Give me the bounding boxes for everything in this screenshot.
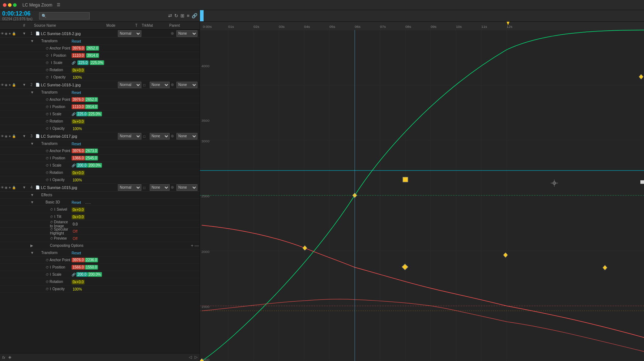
pos-x-val[interactable]: 1110.0 <box>72 53 85 58</box>
anchor-x[interactable]: 3976.0 <box>72 258 85 262</box>
maximize-button[interactable] <box>13 3 17 7</box>
visibility-icon[interactable]: 👁 <box>1 186 4 189</box>
opacity-val[interactable]: 100% <box>72 287 83 292</box>
layer-name[interactable]: LC Sunrise-1018-2.jpg <box>41 31 118 36</box>
rotation-val[interactable]: 0x+0.0 <box>72 119 85 124</box>
close-button[interactable] <box>3 3 7 7</box>
anchor-x-val[interactable]: 3976.0 <box>72 46 85 51</box>
minimize-button[interactable] <box>8 3 12 7</box>
stopwatch-icon[interactable]: ⏱ <box>46 178 49 182</box>
stopwatch-icon[interactable]: ⏱ <box>50 228 53 231</box>
transform-expand[interactable]: ▼ <box>30 39 35 43</box>
layer-row[interactable]: 👁 ◉ ★ 🔒 ▼ 3 📄 LC Sunrise-1017.jpg Normal… <box>0 132 200 140</box>
stopwatch-icon[interactable]: ⏱ <box>46 120 49 123</box>
motion-blur-btn[interactable]: ◈ <box>8 355 11 360</box>
lock-icon[interactable]: 🔒 <box>12 32 16 35</box>
stopwatch-icon[interactable]: ⏱ <box>46 156 49 160</box>
mode-select[interactable]: Normal <box>118 82 141 88</box>
stopwatch-icon[interactable]: ⏱ <box>46 258 49 262</box>
reset-link[interactable]: Reset <box>72 39 81 43</box>
pos-y[interactable]: 2545.0 <box>85 156 98 160</box>
trkmat-select[interactable]: None <box>150 133 170 139</box>
stopwatch-icon[interactable]: ⏱ <box>46 127 49 130</box>
audio-icon[interactable]: ◉ <box>5 32 8 35</box>
pos-y-val[interactable]: 3914.0 <box>86 53 99 58</box>
specular-val[interactable]: Off <box>72 229 78 234</box>
pos-x[interactable]: 1366.0 <box>72 156 85 160</box>
expand-icon[interactable]: ▼ <box>22 83 27 87</box>
stopwatch-icon[interactable]: ⏱ <box>46 287 49 291</box>
pos-x[interactable]: 1566.0 <box>72 265 85 270</box>
stopwatch-icon[interactable]: ⏱ <box>50 237 53 240</box>
anchor-y[interactable]: 2652.0 <box>85 97 98 102</box>
mode-select[interactable]: Normal <box>118 184 141 191</box>
trkmat-select[interactable]: None <box>150 184 170 191</box>
graph-area[interactable]: 0:00s 01s 02s 03s 04s 05s 06s 07s 08s 09… <box>200 22 644 361</box>
scale-x[interactable]: 200.0 <box>76 272 88 277</box>
stopwatch-icon[interactable]: ⏱ <box>46 171 49 175</box>
anchor-x[interactable]: 3976.0 <box>72 149 85 153</box>
transform-expand[interactable]: ▼ <box>30 251 35 255</box>
transform-expand[interactable]: ▼ <box>30 90 35 94</box>
layer-row[interactable]: 👁 ◉ ★ 🔒 ▼ 4 📄 LC Sunrise-1015.jpg Normal… <box>0 184 200 192</box>
anchor-y[interactable]: 2673.0 <box>85 149 98 153</box>
scale-x-val[interactable]: 225.0 <box>77 60 89 65</box>
stopwatch-icon[interactable]: ⏱ <box>46 164 49 167</box>
visibility-icon[interactable]: 👁 <box>1 32 4 35</box>
lock-icon[interactable]: 🔒 <box>12 134 16 138</box>
opacity-val[interactable]: 100% <box>72 178 83 182</box>
scale-y[interactable]: 200.0% <box>88 272 102 277</box>
stopwatch-icon[interactable]: ⏱ <box>46 266 49 269</box>
arrow-icon[interactable]: ⇄ <box>168 13 172 18</box>
pos-x[interactable]: 1110.0 <box>72 104 85 109</box>
hamburger-icon[interactable]: ☰ <box>57 3 60 7</box>
stopwatch-icon[interactable]: ⏱ <box>46 112 49 116</box>
opacity-val[interactable]: 100% <box>72 75 83 80</box>
expand-icon[interactable]: ▼ <box>22 134 27 138</box>
stopwatch-icon[interactable]: ⏱ <box>46 280 49 284</box>
visibility-icon[interactable]: 👁 <box>1 83 4 87</box>
pos-y[interactable]: 1550.0 <box>85 265 98 270</box>
expand-icon[interactable]: ▼ <box>22 185 27 189</box>
stopwatch-icon[interactable]: ⏱ <box>46 76 49 79</box>
distance-val[interactable]: 0.0 <box>72 222 79 227</box>
rotate-icon[interactable]: ↻ <box>174 13 178 18</box>
stopwatch-icon[interactable]: ⏱ <box>50 220 53 224</box>
anchor-y-val[interactable]: 2652.0 <box>86 46 99 51</box>
stopwatch-icon[interactable]: ⏱ <box>46 47 49 50</box>
basic3d-expand[interactable]: ▼ <box>30 200 35 204</box>
transform-expand[interactable]: ▼ <box>30 142 35 146</box>
solo-icon[interactable]: ★ <box>8 186 11 189</box>
mode-select[interactable]: Normal <box>118 133 141 139</box>
tilt-val[interactable]: 0x+0.0 <box>72 215 85 219</box>
parent-select[interactable]: None <box>176 133 197 139</box>
stopwatch-icon[interactable]: ⏱ <box>46 149 49 153</box>
solo-icon[interactable]: ★ <box>8 134 11 138</box>
scale-x[interactable]: 225.0 <box>76 112 88 116</box>
layer-row[interactable]: 👁 ◉ ★ 🔒 ▼ 1 📄 LC Sunrise-1018-2.jpg Norm… <box>0 30 200 38</box>
mode-select[interactable]: Normal <box>118 30 141 37</box>
preview-val[interactable]: Off <box>72 236 78 241</box>
stopwatch-icon[interactable]: ⏱ <box>46 273 49 276</box>
solo-icon[interactable]: ★ <box>8 83 11 87</box>
effects-expand[interactable]: ▼ <box>30 193 35 197</box>
list-icon[interactable]: ≡ <box>187 13 189 18</box>
stopwatch-icon[interactable]: ⏱ <box>50 215 53 219</box>
stopwatch-icon[interactable]: ⏱ <box>46 61 49 65</box>
arrow-left-icon[interactable]: ◁ <box>189 355 192 360</box>
reset-link[interactable]: Reset <box>72 91 81 95</box>
grid-icon[interactable]: ⊞ <box>180 13 184 18</box>
rotation-val[interactable]: 0x+0.0 <box>72 171 85 175</box>
anchor-y[interactable]: 2236.0 <box>85 258 98 262</box>
compositing-controls[interactable]: + — <box>191 243 199 248</box>
rotation-val[interactable]: 0x+0.0 <box>72 68 85 73</box>
time-display[interactable]: 0:00:12:06 <box>2 10 35 17</box>
swivel-val[interactable]: 0x+0.0 <box>72 207 85 212</box>
stopwatch-icon[interactable]: ⏱ <box>46 54 49 57</box>
solo-icon[interactable]: ★ <box>8 32 11 35</box>
pos-y[interactable]: 3914.0 <box>85 104 98 109</box>
stopwatch-icon[interactable]: ⏱ <box>46 98 49 102</box>
parent-select[interactable]: None <box>176 82 197 88</box>
lock-icon[interactable]: 🔒 <box>12 83 16 87</box>
reset-link[interactable]: Reset <box>72 201 81 205</box>
